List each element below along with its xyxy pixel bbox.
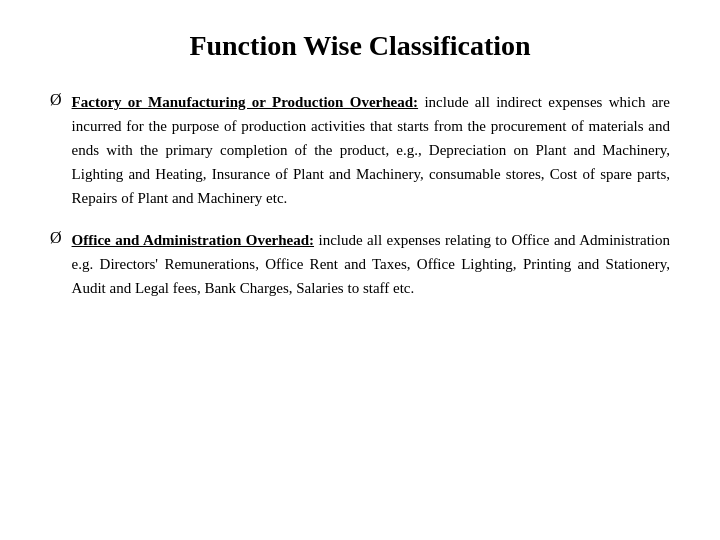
office-label: Office and Administration Overhead: <box>72 232 314 248</box>
bullet-text-office: Office and Administration Overhead: incl… <box>72 228 670 300</box>
factory-label: Factory or Manufacturing or Production O… <box>72 94 419 110</box>
bullet-arrow-1: Ø <box>50 91 62 109</box>
bullet-text-factory: Factory or Manufacturing or Production O… <box>72 90 670 210</box>
factory-body: include all indirect expenses which are … <box>72 94 670 206</box>
bullet-arrow-2: Ø <box>50 229 62 247</box>
slide-title: Function Wise Classification <box>50 30 670 62</box>
content-area: Ø Factory or Manufacturing or Production… <box>50 90 670 300</box>
bullet-item-factory: Ø Factory or Manufacturing or Production… <box>50 90 670 210</box>
slide: Function Wise Classification Ø Factory o… <box>0 0 720 540</box>
bullet-item-office: Ø Office and Administration Overhead: in… <box>50 228 670 300</box>
